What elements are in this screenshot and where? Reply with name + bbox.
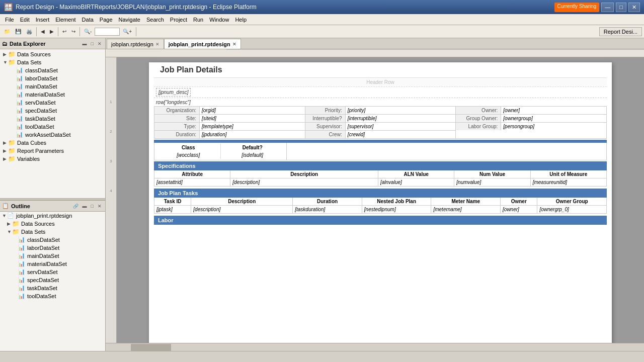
zoom-input[interactable]: 100% (95, 28, 120, 36)
toolbar-open-btn[interactable]: 📁 (2, 28, 12, 35)
specs-data-row: [assetattrid] [description] [alnvalue] [… (154, 178, 607, 187)
outline-root-arrow[interactable]: ▼ (2, 213, 7, 218)
supervisor-label: Supervisor: (305, 123, 346, 130)
specs-numvalue: [numvalue] (454, 178, 530, 186)
toolbar-forward-btn[interactable]: ▶ (48, 28, 56, 35)
minimize-de-btn[interactable]: ▬ (81, 41, 89, 47)
menu-item-run[interactable]: Run (190, 16, 206, 24)
toolbar-zoom-out-btn[interactable]: 🔍- (82, 28, 94, 35)
h-scroll-thumb[interactable] (131, 344, 171, 351)
data-sets-folder-icon: 📁 (8, 59, 16, 66)
title-bar-controls: Currently Sharing — □ ✕ (554, 3, 640, 12)
title-bar: 🪟 Report Design - MaximoBIRTReports/JOBP… (0, 0, 644, 14)
menu-item-search[interactable]: Search (143, 16, 167, 24)
tab-close-0[interactable]: ✕ (155, 42, 159, 47)
outline-dataset-taskDataSet[interactable]: 📊taskDataSet (0, 284, 105, 292)
report-design-button[interactable]: Report Desi... (599, 27, 642, 36)
expand-data-sources-arrow[interactable]: ▶ (3, 52, 8, 57)
toolbar-redo-btn[interactable]: ↪ (69, 28, 77, 35)
owner-label: Owner: (456, 107, 501, 114)
h-scroll[interactable] (106, 343, 644, 351)
tab-1[interactable]: jobplan_print.rptdesign✕ (164, 39, 241, 49)
de-dataset-materialDataSet[interactable]: 📊materialDataSet (0, 90, 105, 99)
outline-data-sources[interactable]: ▶ 📁 Data Sources (0, 220, 105, 228)
menu-item-project[interactable]: Project (167, 16, 190, 24)
outline-header: 📋 Outline 🔗 ▬ □ ✕ (0, 201, 105, 212)
de-dataset-mainDataSet[interactable]: 📊mainDataSet (0, 82, 105, 90)
minimize-button[interactable]: — (601, 3, 614, 12)
longdesc-row: row["longdesc"] (154, 98, 607, 107)
variables-folder-icon: 📁 (8, 155, 16, 162)
interruptible-label: Interruptible? (305, 115, 346, 122)
de-dataset-taskDataSet[interactable]: 📊taskDataSet (0, 115, 105, 123)
canvas-scroll[interactable]: 1 2 3 4 Job Plan Details (106, 57, 644, 343)
labor-header: Labor (154, 216, 607, 225)
outline-close-btn[interactable]: ✕ (96, 203, 103, 209)
outline-dataset-mainDataSet[interactable]: 📊mainDataSet (0, 252, 105, 260)
tree-item-data-sets[interactable]: ▼ 📁 Data Sets (0, 58, 105, 66)
outline-collapse-btn[interactable]: ▬ (81, 203, 89, 209)
menu-item-window[interactable]: Window (206, 16, 232, 24)
report-title: Job Plan Details (160, 65, 222, 74)
toolbar-sep-3 (79, 27, 80, 36)
expand-variables-arrow[interactable]: ▶ (3, 156, 8, 161)
menu-item-element[interactable]: Element (52, 16, 78, 24)
outline-dataset-classDataSet[interactable]: 📊classDataSet (0, 236, 105, 244)
tree-item-report-parameters[interactable]: ▶ 📁 Report Parameters (0, 147, 105, 155)
tree-item-data-sources[interactable]: ▶ 📁 Data Sources (0, 50, 105, 58)
outline-data-sets[interactable]: ▼ 📁 Data Sets (0, 228, 105, 236)
menu-item-data[interactable]: Data (79, 16, 97, 24)
icon-laborDataSet: 📊 (16, 75, 24, 82)
close-button[interactable]: ✕ (628, 3, 640, 12)
outline-dataset-toolDataSet[interactable]: 📊toolDataSet (0, 292, 105, 300)
tab-close-1[interactable]: ✕ (232, 42, 236, 47)
outline-link-btn[interactable]: 🔗 (71, 203, 80, 209)
close-de-btn[interactable]: ✕ (96, 41, 103, 47)
outline-dataset-laborDataSet[interactable]: 📊laborDataSet (0, 244, 105, 252)
menu-item-help[interactable]: Help (232, 16, 250, 24)
middle-fields: Priority: [priority] Interruptible? [int… (305, 107, 456, 138)
de-dataset-specDataSet[interactable]: 📊specDataSet (0, 107, 105, 115)
outline-dataset-specDataSet[interactable]: 📊specDataSet (0, 276, 105, 284)
tree-item-variables[interactable]: ▶ 📁 Variables (0, 155, 105, 163)
class-header-row: Class Default? (156, 144, 284, 151)
menu-item-page[interactable]: Page (97, 16, 116, 24)
de-dataset-toolDataSet[interactable]: 📊toolDataSet (0, 123, 105, 131)
menu-item-navigate[interactable]: Navigate (116, 16, 143, 24)
outline-ds-arrow[interactable]: ▶ (7, 221, 12, 226)
outline-dataset-materialDataSet[interactable]: 📊materialDataSet (0, 260, 105, 268)
app-icon: 🪟 (4, 3, 13, 11)
right-fields: Owner: [owner] Group Owner: [ownergroup]… (456, 107, 606, 138)
maximize-button[interactable]: □ (616, 3, 626, 12)
toolbar-undo-btn[interactable]: ↩ (60, 28, 68, 35)
tab-0[interactable]: jobplan.rptdesign✕ (107, 39, 164, 49)
specs-assetattrid: [assetattrid] (154, 178, 230, 186)
toolbar-zoom-in-btn[interactable]: 🔍+ (121, 28, 134, 35)
tab-label-1: jobplan_print.rptdesign (169, 41, 230, 47)
main-layout: 🗂 Data Explorer ▬ □ ✕ ▶ 📁 Data Sources (0, 38, 644, 351)
de-dataset-laborDataSet[interactable]: 📊laborDataSet (0, 74, 105, 82)
labor-group-value: [persongroup] (501, 123, 606, 130)
specs-measureunitid: [measureunitid] (531, 178, 606, 186)
expand-report-params-arrow[interactable]: ▶ (3, 148, 8, 153)
outline-dataset-servDataSet[interactable]: 📊servDataSet (0, 268, 105, 276)
menu-item-insert[interactable]: Insert (33, 16, 53, 24)
de-dataset-workAssetDataSet[interactable]: 📊workAssetDataSet (0, 131, 105, 139)
outline-expand-btn[interactable]: □ (90, 203, 95, 209)
toolbar-print-btn[interactable]: 🖨️ (24, 28, 34, 35)
de-dataset-classDataSet[interactable]: 📊classDataSet (0, 66, 105, 74)
toolbar-save-btn[interactable]: 💾 (13, 28, 23, 35)
supervisor-row: Supervisor: [supervisor] (305, 123, 456, 131)
de-dataset-servDataSet[interactable]: 📊servDataSet (0, 99, 105, 107)
expand-data-cubes-arrow[interactable]: ▶ (3, 140, 8, 145)
maximize-de-btn[interactable]: □ (90, 41, 95, 47)
expand-data-sets-arrow[interactable]: ▼ (3, 60, 8, 65)
menu-item-edit[interactable]: Edit (17, 16, 33, 24)
left-panel: 🗂 Data Explorer ▬ □ ✕ ▶ 📁 Data Sources (0, 38, 106, 351)
outline-dsets-arrow[interactable]: ▼ (7, 229, 12, 234)
report-body: Job Plan Details Header Row [jpnum_desc]… (154, 62, 607, 225)
toolbar-back-btn[interactable]: ◀ (39, 28, 47, 35)
menu-item-file[interactable]: File (2, 16, 17, 24)
outline-root-item[interactable]: ▼ 📄 jobplan_print.rptdesign (0, 212, 105, 220)
tree-item-data-cubes[interactable]: ▶ 📁 Data Cubes (0, 139, 105, 147)
